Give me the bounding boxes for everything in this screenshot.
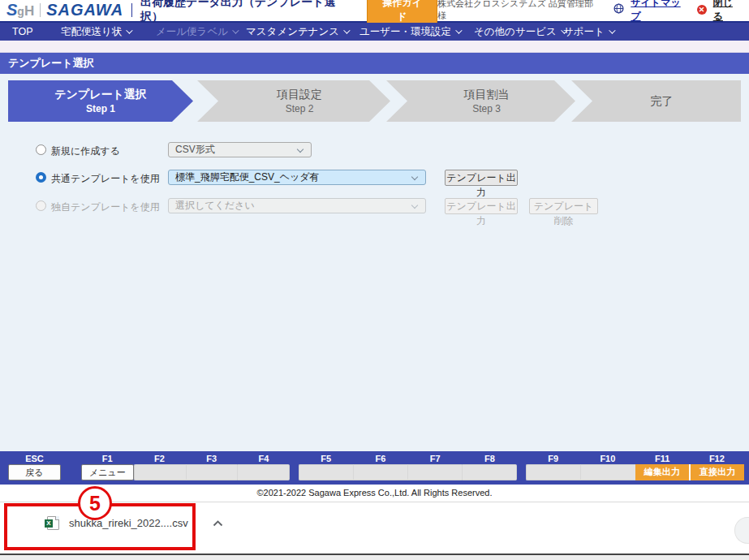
spacer-strip: [0, 41, 749, 53]
fkey-caption-f10: F10: [580, 454, 635, 463]
chevron-down-icon: [609, 27, 615, 33]
f12-direct-output-button[interactable]: 直接出力: [689, 464, 744, 480]
chevron-up-icon[interactable]: [213, 520, 223, 527]
f10-button: [580, 464, 635, 480]
chevron-down-icon: [343, 27, 350, 33]
f1-menu-button[interactable]: メニュー: [81, 464, 134, 480]
f9-button: [526, 464, 580, 480]
nav-item-support[interactable]: サポート: [563, 23, 613, 41]
nav-item-user-settings[interactable]: ユーザー・環境設定: [359, 23, 460, 41]
show-all-downloads-button[interactable]: [734, 517, 749, 544]
title-divider: [131, 3, 132, 17]
fkey-caption-f1: F1: [81, 454, 133, 463]
wizard-step-1: テンプレート選択 Step 1: [8, 80, 193, 122]
fkey-group-esc: ESC 戻る: [8, 451, 61, 485]
copyright-footer: ©2021-2022 Sagawa Express Co.,Ltd. All R…: [0, 485, 749, 502]
fkey-caption-f11: F11: [635, 454, 690, 463]
sagawa-logo: SAGAWA: [46, 1, 123, 19]
fkey-caption-f7: F7: [408, 454, 463, 463]
fkey-caption-f8: F8: [463, 454, 517, 463]
excel-x-glyph: X: [45, 519, 53, 528]
radio-own-template[interactable]: [36, 200, 46, 211]
f8-button: [462, 464, 517, 480]
radio-common-template[interactable]: [36, 172, 46, 183]
app-window: SgH SAGAWA 出荷履歴データ出力（テンプレート選択） 操作ガイド 株式会…: [0, 0, 749, 560]
step-wizard: テンプレート選択 Step 1 項目設定 Step 2 項目割当 Step 3 …: [8, 80, 741, 122]
chevron-down-icon: [232, 27, 239, 33]
chevron-down-icon: [126, 27, 132, 33]
select-value: CSV形式: [175, 144, 215, 155]
radio-create-new[interactable]: [36, 144, 46, 155]
nav-item-other-services[interactable]: その他のサービス: [474, 23, 566, 41]
select-placeholder: 選択してください: [175, 200, 255, 211]
fkey-caption-f6: F6: [353, 454, 407, 463]
nav-item-takuhaibin-invoice[interactable]: 宅配便送り状: [61, 23, 131, 41]
step-subtitle: Step 3: [472, 103, 501, 114]
nav-label: サポート: [563, 25, 605, 39]
nav-label: ユーザー・環境設定: [359, 25, 451, 39]
own-template-delete-button[interactable]: テンプレート削除: [529, 198, 598, 214]
nav-label: 宅配便送り状: [61, 25, 122, 39]
own-template-select[interactable]: 選択してください: [168, 198, 426, 213]
downloads-bar: X shukka_rireki_2022....csv: [0, 502, 749, 554]
fkey-caption-f3: F3: [186, 454, 238, 463]
esc-back-button[interactable]: 戻る: [8, 464, 61, 480]
select-value: 標準_飛脚宅配便_CSV_ヘッダ有: [175, 171, 320, 183]
logo-letter-s: S: [6, 1, 17, 19]
sitemap-link[interactable]: サイトマップ: [631, 0, 690, 24]
fkey-group-f5-f8: F5 F6 F7 F8: [299, 451, 517, 485]
close-link[interactable]: 閉じる: [713, 0, 743, 24]
dropdown-arrow-icon: [297, 146, 303, 153]
logo-letter-g: g: [17, 5, 24, 18]
radio-label-create-new: 新規に作成する: [51, 144, 120, 158]
nav-item-master-maintenance[interactable]: マスタメンテナンス: [246, 23, 348, 41]
bottom-strip: [0, 555, 749, 560]
common-template-select[interactable]: 標準_飛脚宅配便_CSV_ヘッダ有: [168, 170, 426, 185]
nav-item-mailbin-label: メール便ラベル: [156, 23, 237, 41]
f6-button: [353, 464, 407, 480]
step-title: 項目割当: [464, 88, 510, 102]
fkey-group-f9-f12: F9 F10 F11 F12 編集出力 直接出力: [526, 451, 744, 485]
download-filename: shukka_rireki_2022....csv: [69, 517, 188, 529]
globe-icon: [613, 2, 624, 17]
main-content: テンプレート選択 Step 1 項目設定 Step 2 項目割当 Step 3 …: [0, 74, 749, 451]
f11-edit-output-button[interactable]: 編集出力: [635, 464, 689, 480]
fkey-caption-f12: F12: [690, 454, 744, 463]
section-title-bar: テンプレート選択: [0, 53, 749, 74]
f2-button: [134, 464, 186, 480]
nav-label: メール便ラベル: [156, 25, 228, 39]
step-title: 完了: [651, 94, 674, 109]
logo-letter-h: H: [24, 3, 34, 19]
step-subtitle: Step 2: [286, 103, 314, 114]
own-template-export-button[interactable]: テンプレート出力: [445, 198, 518, 214]
nav-label: その他のサービス: [474, 25, 557, 39]
fkey-caption-f2: F2: [133, 454, 185, 463]
excel-file-icon: X: [47, 516, 59, 530]
f5-button: [299, 464, 353, 480]
dropdown-arrow-icon: [411, 174, 418, 180]
template-export-button[interactable]: テンプレート出力: [445, 170, 518, 186]
fkey-group-f1-f4: F1 F2 F3 F4 メニュー: [81, 451, 290, 485]
form-row-own-template: 独自テンプレートを使用 選択してください テンプレート出力 テンプレート削除: [0, 198, 749, 216]
function-key-bar: ESC 戻る F1 F2 F3 F4 メニュー F5 F6 F7: [0, 451, 749, 485]
nav-label: マスタメンテナンス: [246, 25, 339, 39]
header-right: 株式会社クロスシステムズ 品質管理部 様 サイトマップ ✕ 閉じる: [437, 0, 743, 24]
wizard-step-3: 項目割当 Step 3: [386, 80, 575, 122]
chevron-down-icon: [455, 27, 462, 33]
page-title: 出荷履歴データ出力（テンプレート選択）: [140, 0, 357, 24]
close-icon: ✕: [697, 5, 707, 15]
format-select[interactable]: CSV形式: [168, 142, 312, 157]
user-name: 株式会社クロスシステムズ 品質管理部 様: [437, 0, 604, 22]
radio-label-own-template: 独自テンプレートを使用: [51, 200, 160, 214]
form-row-create-new: 新規に作成する CSV形式: [0, 142, 749, 160]
wizard-step-4: 完了: [571, 80, 741, 122]
app-header: SgH SAGAWA 出荷履歴データ出力（テンプレート選択） 操作ガイド 株式会…: [0, 0, 749, 23]
fkey-caption-f5: F5: [299, 454, 353, 463]
wizard-step-2: 項目設定 Step 2: [197, 80, 390, 122]
nav-item-top[interactable]: TOP: [12, 23, 32, 41]
fkey-caption-f4: F4: [238, 454, 290, 463]
main-nav: TOP 宅配便送り状 メール便ラベル マスタメンテナンス ユーザー・環境設定 そ…: [0, 23, 749, 41]
fkey-caption-f9: F9: [526, 454, 580, 463]
f4-button: [237, 464, 290, 480]
download-item[interactable]: X shukka_rireki_2022....csv: [47, 516, 223, 530]
